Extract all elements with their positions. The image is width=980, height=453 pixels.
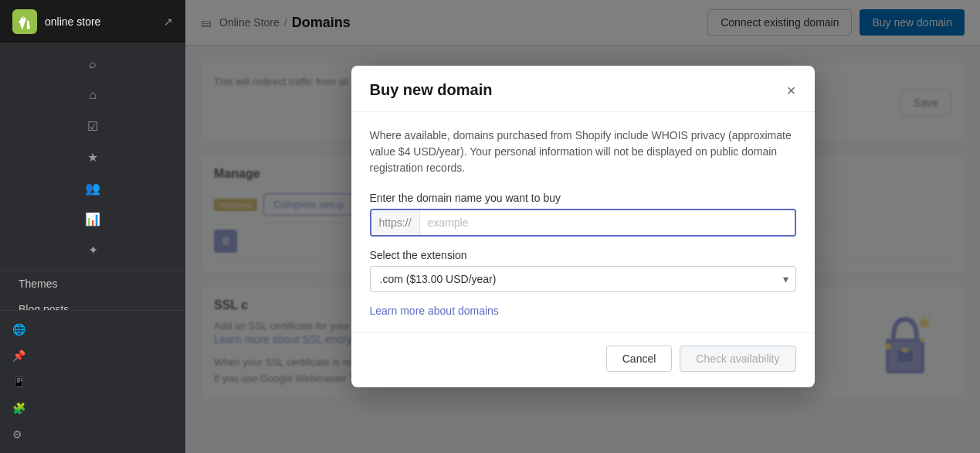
extension-select-group: Select the extension .com ($13.00 USD/ye… xyxy=(370,249,796,292)
modal-body: Where available, domains purchased from … xyxy=(351,112,815,332)
shopify-logo xyxy=(12,9,37,34)
domain-name-input[interactable] xyxy=(420,210,795,235)
extension-select-wrapper: .com ($13.00 USD/year) .net ($14.00 USD/… xyxy=(370,266,796,292)
sidebar-item-themes[interactable]: Themes xyxy=(6,271,179,296)
search-icon[interactable]: ⌕ xyxy=(79,50,107,78)
cancel-button[interactable]: Cancel xyxy=(606,346,673,372)
settings-icon[interactable]: ⚙ xyxy=(0,422,185,447)
home-icon[interactable]: ⌂ xyxy=(79,81,107,109)
sidebar-header: online store ↗ xyxy=(0,0,185,44)
domain-input-label: Enter the domain name you want to buy xyxy=(370,192,796,204)
external-link-icon[interactable]: ↗ xyxy=(164,15,173,28)
sidebar-bottom-icons: 🌐 📌 📱 🧩 ⚙ xyxy=(0,310,185,453)
modal-close-button[interactable]: × xyxy=(787,83,796,98)
plugin-icon[interactable]: 🧩 xyxy=(0,396,185,421)
analytics-icon[interactable]: 📊 xyxy=(79,205,107,233)
modal-description: Where available, domains purchased from … xyxy=(370,128,796,176)
sidebar-top-icons: ⌕ ⌂ ☑ ★ 👥 📊 ✦ xyxy=(0,44,185,271)
main-content: 🖴 Online Store / Domains Connect existin… xyxy=(185,0,980,453)
modal-footer: Cancel Check availability xyxy=(351,332,815,387)
orders-icon[interactable]: ☑ xyxy=(79,112,107,140)
buy-domain-modal: Buy new domain × Where available, domain… xyxy=(351,66,815,387)
people-icon[interactable]: 👥 xyxy=(79,174,107,202)
apps-icon[interactable]: ✦ xyxy=(79,236,107,264)
tag-icon[interactable]: ★ xyxy=(79,143,107,171)
store-name: online store xyxy=(45,15,164,28)
sidebar-item-blog-posts[interactable]: Blog posts xyxy=(6,297,179,310)
extension-label: Select the extension xyxy=(370,249,796,261)
sidebar: online store ↗ ⌕ ⌂ ☑ ★ 👥 📊 ✦ Themes Blog… xyxy=(0,0,185,453)
check-availability-button[interactable]: Check availability xyxy=(680,346,795,372)
pinterest-icon[interactable]: 📌 xyxy=(0,343,185,368)
domain-prefix: https:// xyxy=(371,210,420,235)
sidebar-nav: Themes Blog posts Pages Navigation Domai… xyxy=(0,271,185,310)
facebook-icon[interactable]: 📱 xyxy=(0,370,185,394)
modal-overlay: Buy new domain × Where available, domain… xyxy=(185,0,980,453)
modal-header: Buy new domain × xyxy=(351,66,815,112)
domain-input-wrapper: https:// xyxy=(370,209,796,237)
learn-more-domains-link[interactable]: Learn more about domains xyxy=(370,305,499,317)
modal-title: Buy new domain xyxy=(370,81,493,99)
domain-input-group: Enter the domain name you want to buy ht… xyxy=(370,192,796,237)
globe-icon[interactable]: 🌐 xyxy=(0,317,185,342)
extension-select[interactable]: .com ($13.00 USD/year) .net ($14.00 USD/… xyxy=(370,266,796,292)
